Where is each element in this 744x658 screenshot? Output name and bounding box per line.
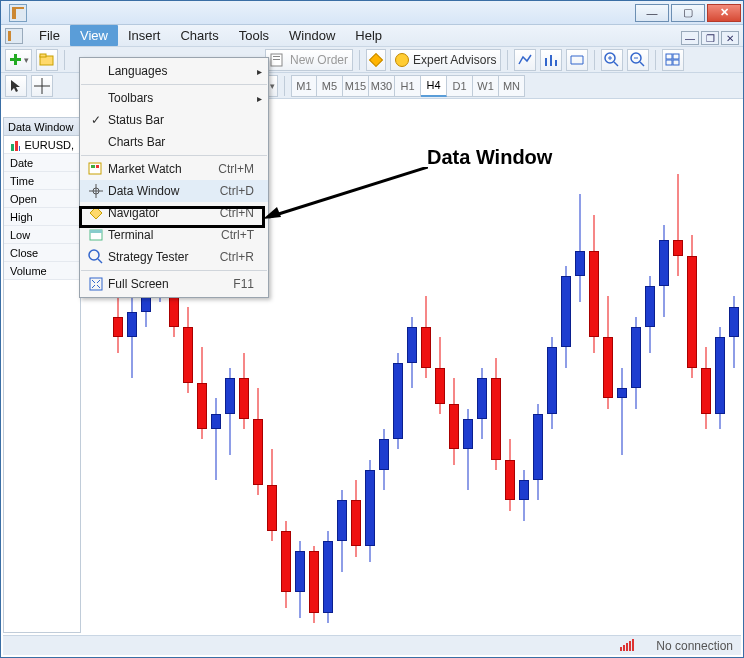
svg-rect-19 [666,60,672,65]
periodicity-button[interactable] [540,49,562,71]
menu-navigator[interactable]: NavigatorCtrl+N [80,202,268,224]
candle [463,123,473,633]
svg-rect-33 [89,163,101,174]
menu-languages[interactable]: Languages▸ [80,60,268,82]
window-close-button[interactable]: ✕ [707,4,741,22]
view-menu-dropdown: Languages▸ Toolbars▸ ✓Status Bar Charts … [79,57,269,298]
svg-rect-29 [623,645,625,651]
child-restore-button[interactable]: ❐ [701,31,719,45]
svg-marker-46 [263,207,281,219]
timeframe-d1[interactable]: D1 [447,75,473,97]
menu-datawindow[interactable]: Data WindowCtrl+D [80,180,268,202]
submenu-arrow-icon: ▸ [257,66,262,77]
annotation-text: Data Window [427,146,552,169]
timeframe-m1[interactable]: M1 [291,75,317,97]
profiles-button[interactable] [36,49,58,71]
menu-help[interactable]: Help [345,25,392,46]
data-window-pair: EURUSD, [4,136,80,154]
timeframe-m15[interactable]: M15 [343,75,369,97]
indicator-list-button[interactable] [514,49,536,71]
timeframe-mn[interactable]: MN [499,75,525,97]
data-window-tab[interactable]: Data Window [4,118,80,136]
titlebar: — ▢ ✕ [1,1,743,25]
timeframe-w1[interactable]: W1 [473,75,499,97]
mdi-icon[interactable] [5,28,23,44]
data-row-open: Open [4,190,80,208]
new-chart-button[interactable]: ▾ [5,49,32,71]
app-icon [9,4,27,22]
svg-line-15 [640,62,644,66]
candle [505,123,515,633]
template-button[interactable] [566,49,588,71]
svg-rect-44 [90,278,102,290]
pair-label: EURUSD, [24,139,74,151]
menu-toolbars-label: Toolbars [108,91,262,105]
bars-icon [543,52,559,68]
menu-fullscreen-label: Full Screen [108,277,233,291]
menu-window[interactable]: Window [279,25,345,46]
candle [715,123,725,633]
menu-fullscreen[interactable]: Full ScreenF11 [80,273,268,295]
candle [701,123,711,633]
menu-insert[interactable]: Insert [118,25,171,46]
candle [575,123,585,633]
terminal-icon [88,227,104,243]
status-text: No connection [656,639,733,653]
menu-file[interactable]: File [29,25,70,46]
svg-rect-8 [550,55,552,66]
candle [603,123,613,633]
svg-rect-18 [673,54,679,59]
folder-icon [39,52,55,68]
menu-chartsbar-label: Charts Bar [108,135,262,149]
timeframe-m30[interactable]: M30 [369,75,395,97]
menu-strategytester[interactable]: Strategy TesterCtrl+R [80,246,268,268]
new-order-button[interactable]: New Order [265,49,353,71]
window-minimize-button[interactable]: — [635,4,669,22]
menu-statusbar[interactable]: ✓Status Bar [80,109,268,131]
menu-toolbars[interactable]: Toolbars▸ [80,87,268,109]
expert-icon [395,53,409,67]
expert-advisors-button[interactable]: Expert Advisors [390,49,501,71]
svg-line-43 [98,259,102,263]
zoom-out-button[interactable] [627,49,649,71]
timeframe-h4[interactable]: H4 [421,75,447,97]
menu-tools[interactable]: Tools [229,25,279,46]
zoom-in-button[interactable] [601,49,623,71]
timeframe-h1[interactable]: H1 [395,75,421,97]
crosshair-button[interactable] [31,75,53,97]
candle [491,123,501,633]
indicator-icon [517,52,533,68]
shortcut-label: Ctrl+T [221,228,262,242]
candle [673,123,683,633]
svg-rect-27 [19,146,20,151]
autotrading-button[interactable] [366,49,386,71]
timeframe-m5[interactable]: M5 [317,75,343,97]
plus-icon [8,52,24,68]
maximize-icon: ▢ [683,6,693,19]
menu-terminal[interactable]: TerminalCtrl+T [80,224,268,246]
child-minimize-button[interactable]: — [681,31,699,45]
tile-windows-button[interactable] [662,49,684,71]
menu-marketwatch[interactable]: Market WatchCtrl+M [80,158,268,180]
chart-icon [10,138,20,152]
svg-line-11 [614,62,618,66]
shortcut-label: Ctrl+M [218,162,262,176]
svg-rect-34 [91,165,95,168]
menu-terminal-label: Terminal [108,228,221,242]
menu-chartsbar[interactable]: Charts Bar [80,131,268,153]
data-row-close: Close [4,244,80,262]
candle [435,123,445,633]
cursor-button[interactable] [5,75,27,97]
svg-rect-7 [545,58,547,66]
candle [561,123,571,633]
menu-view[interactable]: View [70,25,118,46]
menu-charts[interactable]: Charts [170,25,228,46]
new-order-label: New Order [290,53,348,67]
candle [659,123,669,633]
window-maximize-button[interactable]: ▢ [671,4,705,22]
menu-languages-label: Languages [108,64,262,78]
child-close-button[interactable]: ✕ [721,31,739,45]
data-row-volume: Volume [4,262,80,280]
menu-datawindow-label: Data Window [108,184,220,198]
svg-rect-3 [40,54,46,57]
